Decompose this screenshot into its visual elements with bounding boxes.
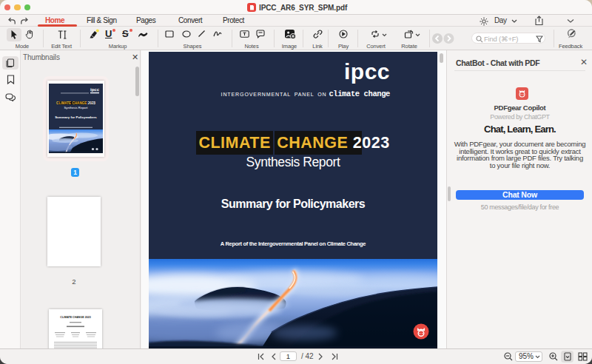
svg-text:ipcc: ipcc: [90, 87, 100, 92]
svg-text:CLIMATE CHANGE 2023: CLIMATE CHANGE 2023: [56, 101, 95, 105]
svg-text:Synthesis Report: Synthesis Report: [64, 106, 89, 109]
svg-text:CLIMATE CHANGE 2023: CLIMATE CHANGE 2023: [60, 316, 90, 319]
svg-text:Summary for Policymakers: Summary for Policymakers: [55, 115, 97, 119]
